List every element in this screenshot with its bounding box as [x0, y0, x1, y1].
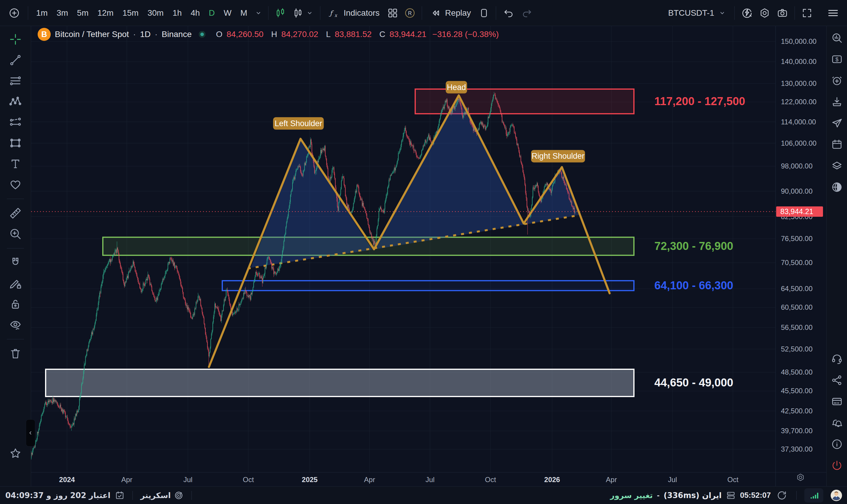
share-button[interactable] — [829, 372, 845, 389]
credit-card-icon — [831, 395, 843, 408]
timeframe-M[interactable]: M — [236, 4, 252, 22]
calendar-panel-button[interactable] — [829, 136, 845, 153]
connection-quality-button[interactable] — [804, 488, 823, 503]
candles-icon — [274, 7, 286, 19]
payments-button[interactable] — [829, 393, 845, 410]
trading-panel-button[interactable]: $ — [829, 51, 845, 68]
indicators-button[interactable]: ƒx Indicators — [324, 3, 383, 22]
time-tick-Oct: Oct — [243, 475, 254, 484]
dollar-card-icon: $ — [831, 53, 843, 66]
lines-tool[interactable] — [4, 71, 27, 91]
measure-tool[interactable] — [4, 203, 27, 223]
support-zone-gray[interactable] — [46, 369, 634, 396]
change-server-button[interactable]: تغییر سرور — [610, 491, 653, 500]
magnet-tool[interactable] — [4, 252, 27, 273]
redo-button[interactable] — [518, 3, 536, 22]
r-badge-icon: R — [404, 7, 416, 19]
trend-line-tool[interactable] — [4, 50, 27, 71]
support-button[interactable] — [829, 350, 845, 367]
timeframe-1m[interactable]: 1m — [32, 4, 52, 22]
chart-style-button[interactable] — [289, 3, 316, 22]
templates-button[interactable] — [384, 3, 401, 22]
logout-button[interactable] — [829, 457, 845, 474]
timeframe-4h[interactable]: 4h — [186, 4, 204, 22]
patterns-tool[interactable] — [4, 91, 27, 112]
pattern-label-right-shoulder[interactable]: Right Shoulder — [531, 150, 585, 162]
lock-open-icon — [8, 297, 22, 311]
bells-icon — [831, 417, 843, 429]
revision-button[interactable]: R — [401, 3, 418, 22]
timeframe-30m[interactable]: 30m — [143, 4, 168, 22]
timeframe-1h[interactable]: 1h — [168, 4, 186, 22]
lock-drawings-tool[interactable] — [4, 294, 27, 314]
drawing-mode-tool[interactable] — [4, 273, 27, 294]
user-avatar[interactable] — [829, 488, 844, 503]
timeframe-12m[interactable]: 12m — [93, 4, 118, 22]
undo-button[interactable] — [500, 3, 517, 22]
price-tick: 76,500.00 — [781, 235, 813, 242]
notifications-button[interactable] — [829, 415, 845, 431]
collapse-left-panel[interactable] — [26, 419, 35, 447]
price-chart[interactable]: 117,200 - 127,50072,300 - 76,90064,100 -… — [31, 26, 826, 486]
download-icon — [831, 96, 843, 108]
favorites-star[interactable] — [4, 443, 27, 464]
timeframe-3m[interactable]: 3m — [52, 4, 73, 22]
snapshot-button[interactable] — [774, 3, 791, 22]
crosshair-tool[interactable] — [4, 29, 27, 50]
emoji-tool[interactable] — [4, 174, 27, 195]
price-tick: 42,500.00 — [781, 407, 813, 415]
timeframe-15m[interactable]: 15m — [118, 4, 143, 22]
time-tick-2025: 2025 — [302, 475, 317, 484]
rectangle-tool-button[interactable] — [476, 3, 492, 22]
dash: - — [657, 491, 660, 500]
price-tick: 60,500.00 — [781, 303, 813, 311]
timeframe-D[interactable]: D — [204, 4, 219, 22]
fullscreen-button[interactable] — [798, 3, 816, 22]
text-tool[interactable] — [4, 154, 27, 174]
last-price-value: 83,944.21 — [780, 207, 813, 216]
object-tree-panel-button[interactable] — [829, 158, 845, 174]
pattern-label-left-shoulder[interactable]: Left Shoulder — [273, 117, 324, 130]
publish-idea-button[interactable] — [829, 115, 845, 131]
server-clock: 05:52:07 — [740, 491, 771, 500]
time-tick-Apr: Apr — [364, 475, 375, 484]
support-zone-blue[interactable] — [222, 281, 634, 290]
chevron-down-icon — [305, 8, 314, 17]
calendar-check-icon — [115, 490, 125, 501]
chart-settings-button[interactable] — [756, 3, 773, 22]
about-button[interactable] — [829, 436, 845, 452]
timeframe-W[interactable]: W — [219, 4, 236, 22]
toolbar-divider — [320, 6, 321, 20]
status-bar: اعتبار 202 روز و 04:09:37 اسکرینر تغییر … — [0, 486, 847, 504]
time-tick-Apr: Apr — [606, 475, 617, 484]
remove-drawings-tool[interactable] — [4, 343, 27, 364]
layout-select[interactable]: BTCUSDT-1 — [664, 3, 731, 22]
screener-button[interactable]: اسکرینر — [140, 490, 184, 501]
screener-panel-button[interactable] — [829, 30, 845, 46]
symbol-search-button[interactable] — [4, 3, 24, 22]
timeframe-5m[interactable]: 5m — [73, 4, 93, 22]
export-data-button[interactable] — [829, 94, 845, 110]
avatar-icon — [829, 488, 844, 503]
svg-text:x: x — [334, 13, 338, 18]
projection-tool[interactable] — [4, 112, 27, 133]
rectangle-icon — [478, 7, 490, 19]
support-zone-gray-label: 44,650 - 49,000 — [654, 376, 733, 389]
main-menu-button[interactable] — [824, 3, 842, 22]
pattern-label-head[interactable]: Head — [446, 81, 467, 94]
quick-alert-button[interactable] — [738, 3, 756, 22]
chevron-down-icon — [718, 8, 727, 17]
server-name: ایران (336ms) — [663, 491, 722, 500]
top-toolbar: 1m3m5m12m15m30m1h4hDWM ƒx Indicators R R… — [0, 0, 847, 26]
alerts-panel-button[interactable] — [829, 72, 845, 89]
replay-button[interactable]: Replay — [426, 3, 475, 22]
chart-type-candles-button[interactable] — [272, 3, 289, 22]
refresh-button[interactable] — [775, 490, 789, 501]
toolbar-divider — [28, 6, 28, 20]
hide-drawings-tool[interactable] — [4, 314, 27, 335]
toolbar-divider — [422, 6, 422, 20]
zoom-in-tool[interactable] — [4, 223, 27, 244]
shapes-tool[interactable] — [4, 133, 27, 154]
web-panel-button[interactable] — [829, 179, 845, 195]
timeframes-dropdown[interactable] — [252, 3, 265, 22]
